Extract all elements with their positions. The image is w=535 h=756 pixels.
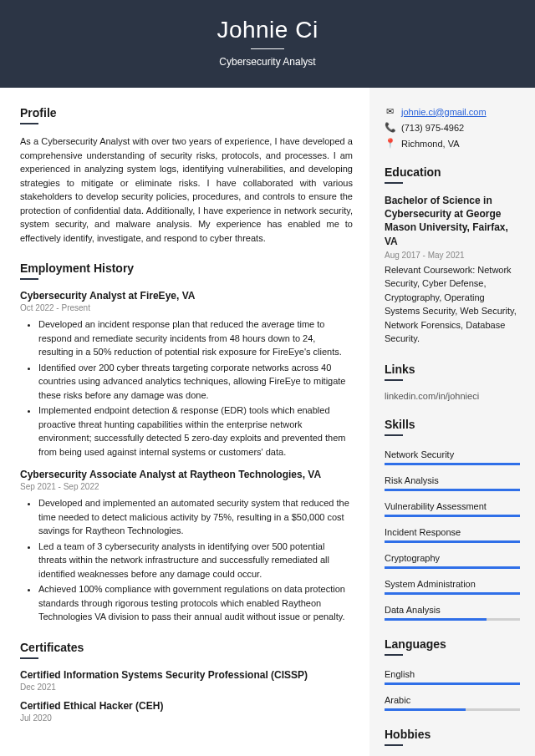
skill-bar-fill: [385, 566, 520, 569]
heading-underline: [385, 654, 403, 656]
person-name: Johnie Ci: [0, 17, 535, 43]
skill-label: Incident Response: [385, 524, 520, 537]
job-bullet: Achieved 100% compliance with government…: [38, 582, 353, 624]
skill-bar: [385, 682, 520, 685]
skill-bar: [385, 515, 520, 517]
phone-icon: 📞: [385, 122, 395, 133]
job-entry: Cybersecurity Associate Analyst at Rayth…: [20, 469, 353, 624]
job-bullet: Implemented endpoint detection & respons…: [38, 403, 353, 459]
skill-bar-fill: [385, 592, 520, 595]
job-entry: Cybersecurity Analyst at FireEye, VA Oct…: [20, 290, 353, 459]
envelope-icon: ✉: [385, 106, 395, 117]
profile-heading: Profile: [20, 106, 353, 119]
skill-bar-fill: [385, 708, 466, 711]
email-link[interactable]: johnie.ci@gmail.com: [401, 107, 487, 117]
education-dates: Aug 2017 - May 2021: [385, 251, 520, 260]
skill-bar-fill: [385, 515, 520, 517]
skill-bar: [385, 708, 520, 711]
phone-text: (713) 975-4962: [401, 123, 464, 133]
skill-label: English: [385, 666, 520, 679]
skill-bar-fill: [385, 489, 520, 491]
skill-bar: [385, 489, 520, 491]
certificate-entry: Certified Information Systems Security P…: [20, 669, 353, 692]
contact-location-row: 📍 Richmond, VA: [385, 138, 520, 149]
heading-underline: [20, 123, 38, 124]
job-dates: Oct 2022 - Present: [20, 303, 353, 312]
skill-bar: [385, 618, 520, 621]
job-bullet: Led a team of 3 cybersecurity analysts i…: [38, 540, 353, 581]
certificate-date: Dec 2021: [20, 682, 353, 692]
header-divider: [251, 48, 284, 49]
skill-bar-fill: [385, 618, 487, 621]
skill-bar-fill: [385, 682, 520, 685]
contact-email-row: ✉ johnie.ci@gmail.com: [385, 106, 520, 117]
hobbies-heading: Hobbies: [385, 728, 520, 741]
sidebar-column: ✉ johnie.ci@gmail.com 📞 (713) 975-4962 📍…: [369, 88, 535, 756]
skill-label: Cryptography: [385, 550, 520, 563]
skill-bar-fill: [385, 540, 520, 543]
link-item[interactable]: linkedin.com/in/johnieci: [385, 391, 520, 401]
skills-list: Network SecurityRisk AnalysisVulnerabili…: [385, 446, 520, 621]
contact-phone-row: 📞 (713) 975-4962: [385, 122, 520, 133]
skill-bar: [385, 540, 520, 543]
skill-label: Data Analysis: [385, 601, 520, 615]
education-degree: Bachelor of Science in Cybersecurity at …: [385, 194, 520, 248]
job-title: Cybersecurity Analyst at FireEye, VA: [20, 290, 353, 302]
skill-bar-fill: [385, 463, 520, 465]
main-column: Profile As a Cybersecurity Analyst with …: [0, 88, 369, 756]
certificate-title: Certified Ethical Hacker (CEH): [20, 700, 353, 712]
certificates-heading: Certificates: [20, 641, 353, 654]
skill-label: Network Security: [385, 446, 520, 459]
certificate-entry: Certified Ethical Hacker (CEH) Jul 2020: [20, 700, 353, 723]
resume-body: Profile As a Cybersecurity Analyst with …: [0, 88, 535, 756]
heading-underline: [20, 657, 38, 659]
languages-heading: Languages: [385, 637, 520, 651]
job-bullet: Developed and implemented an automated s…: [38, 496, 353, 538]
resume-header: Johnie Ci Cybersecurity Analyst: [0, 0, 535, 88]
location-text: Richmond, VA: [401, 139, 460, 149]
employment-heading: Employment History: [20, 261, 353, 275]
skill-bar: [385, 566, 520, 569]
location-icon: 📍: [385, 138, 395, 149]
languages-list: EnglishArabic: [385, 666, 520, 711]
job-dates: Sep 2021 - Sep 2022: [20, 482, 353, 491]
skill-bar: [385, 592, 520, 595]
education-desc: Relevant Coursework: Network Security, C…: [385, 263, 520, 346]
job-bullet: Developed an incident response plan that…: [38, 317, 353, 359]
skill-label: Arabic: [385, 692, 520, 705]
person-title: Cybersecurity Analyst: [0, 56, 535, 68]
job-bullet: Identified over 200 cyber threats target…: [38, 361, 353, 403]
education-heading: Education: [385, 165, 520, 179]
heading-underline: [385, 744, 403, 746]
job-bullets: Developed an incident response plan that…: [20, 317, 353, 459]
certificate-date: Jul 2020: [20, 713, 353, 723]
skill-label: Vulnerability Assessment: [385, 498, 520, 511]
job-bullets: Developed and implemented an automated s…: [20, 496, 353, 624]
links-heading: Links: [385, 363, 520, 376]
heading-underline: [385, 182, 403, 184]
profile-text: As a Cybersecurity Analyst with over two…: [20, 134, 353, 245]
heading-underline: [385, 379, 403, 381]
heading-underline: [20, 278, 38, 280]
job-title: Cybersecurity Associate Analyst at Rayth…: [20, 469, 353, 480]
skill-label: Risk Analysis: [385, 472, 520, 485]
certificate-title: Certified Information Systems Security P…: [20, 669, 353, 681]
skill-bar: [385, 463, 520, 465]
skill-label: System Administration: [385, 576, 520, 589]
skills-heading: Skills: [385, 418, 520, 431]
heading-underline: [385, 434, 403, 436]
